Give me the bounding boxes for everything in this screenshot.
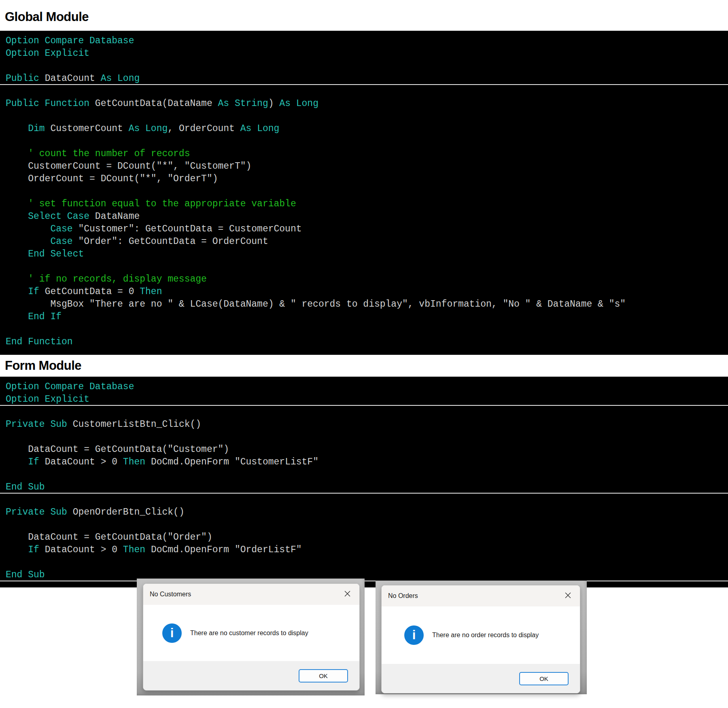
dialog-content: i There are no order records to display — [382, 606, 580, 664]
code-token-kw: End If — [6, 312, 62, 322]
code-line: Private Sub CustomerListBtn_Click() — [0, 418, 728, 431]
code-token-kw: Private Sub — [6, 507, 73, 517]
code-token-id: "Customer": GetCountData = CustomerCount — [78, 224, 301, 234]
code-token-kw: Private Sub — [6, 419, 73, 430]
code-line: MsgBox "There are no " & LCase(DataName)… — [0, 298, 728, 311]
dialog-title: No Customers — [150, 591, 342, 598]
code-token-id: DataCount > 0 — [45, 545, 123, 555]
code-line — [0, 494, 728, 506]
code-token-com: ' if no records, display message — [6, 274, 207, 284]
code-token-kw: Option Explicit — [6, 48, 89, 59]
code-token-kw: End Sub — [6, 482, 45, 492]
code-line — [0, 556, 728, 569]
code-token-kw: Then — [140, 286, 162, 297]
code-line: ' if no records, display message — [0, 273, 728, 286]
code-token-kw: As Long — [279, 98, 318, 109]
dialog-titlebar: No Orders — [382, 585, 580, 606]
code-token-id: MsgBox "There are no " & LCase(DataName)… — [6, 299, 626, 309]
heading-form-module: Form Module — [5, 358, 81, 373]
dialog-no-customers: No Customers i There are no customer rec… — [143, 583, 360, 691]
code-line: DataCount = GetCountData("Order") — [0, 531, 728, 544]
code-line: If DataCount > 0 Then DoCmd.OpenForm "Or… — [0, 544, 728, 556]
code-line — [0, 110, 728, 123]
heading-global-module: Global Module — [5, 10, 89, 24]
code-line: End If — [0, 311, 728, 323]
dialog-title: No Orders — [388, 592, 563, 600]
code-line: Public DataCount As Long — [0, 72, 728, 85]
code-token-id: DataCount > 0 — [45, 457, 123, 467]
code-line: If DataCount > 0 Then DoCmd.OpenForm "Cu… — [0, 456, 728, 468]
code-token-id: DataName — [95, 211, 140, 222]
code-token-id: OrderCount = DCount("*", "OrderT") — [6, 174, 218, 184]
code-token-com: ' count the number of records — [6, 148, 190, 159]
code-line: End Select — [0, 248, 728, 261]
code-token-id: CustomerListBtn_Click() — [73, 419, 201, 430]
code-token-id: "Order": GetCountData = OrderCount — [78, 236, 268, 247]
code-token-id: DataCount = GetCountData("Customer") — [6, 444, 229, 455]
code-token-kw: As Long — [240, 123, 280, 134]
code-line — [0, 323, 728, 336]
code-line: Select Case DataName — [0, 210, 728, 223]
ok-button[interactable]: OK — [299, 669, 348, 683]
ok-button[interactable]: OK — [519, 672, 569, 685]
info-icon: i — [404, 625, 424, 645]
close-icon — [565, 592, 571, 600]
code-token-com: ' set function equal to the appropriate … — [6, 199, 296, 209]
code-line: Option Explicit — [0, 47, 728, 60]
close-button[interactable] — [563, 591, 573, 601]
code-block-global-module: Option Compare DatabaseOption ExplicitPu… — [0, 31, 728, 355]
code-token-kw: If — [6, 545, 45, 555]
code-token-id: DataCount = GetCountData("Order") — [6, 532, 212, 543]
code-line: End Function — [0, 336, 728, 348]
code-token-kw: Then — [123, 457, 145, 467]
code-line: End Sub — [0, 481, 728, 494]
close-button[interactable] — [342, 589, 352, 599]
code-token-id: ) — [268, 98, 280, 109]
code-token-id: DoCmd.OpenForm "OrderListF" — [145, 545, 301, 555]
code-line — [0, 468, 728, 481]
code-token-kw: End Sub — [6, 570, 45, 580]
code-token-id: DoCmd.OpenForm "CustomerListF" — [145, 457, 318, 467]
code-line: CustomerCount = DCount("*", "CustomerT") — [0, 160, 728, 173]
dialog-backing-no-orders: No Orders i There are no order records t… — [376, 581, 587, 694]
code-line: Dim CustomerCount As Long, OrderCount As… — [0, 123, 728, 135]
code-token-id: GetCountData = 0 — [45, 286, 140, 297]
page-root: { "headings": { "global": "Global Module… — [0, 0, 728, 708]
code-token-kw: Dim — [6, 123, 50, 134]
code-token-kw: Select Case — [6, 211, 95, 222]
code-token-kw: Option Explicit — [6, 394, 89, 405]
code-line: Option Explicit — [0, 393, 728, 406]
code-line — [0, 519, 728, 531]
code-token-id: DataCount — [45, 73, 101, 84]
dialog-content: i There are no customer records to displ… — [143, 605, 359, 661]
code-token-kw: End Function — [6, 337, 73, 347]
code-line: Case "Customer": GetCountData = Customer… — [0, 223, 728, 235]
code-line: OrderCount = DCount("*", "OrderT") — [0, 173, 728, 185]
code-token-kw: If — [6, 286, 45, 297]
dialog-no-orders: No Orders i There are no order records t… — [381, 585, 580, 693]
code-token-id: , OrderCount — [168, 123, 240, 134]
code-token-kw: As String — [218, 98, 268, 109]
code-line: Private Sub OpenOrderBtn_Click() — [0, 506, 728, 519]
code-token-kw: As Long — [101, 73, 140, 84]
code-line: Option Compare Database — [0, 381, 728, 393]
code-token-id: CustomerCount = DCount("*", "CustomerT") — [6, 161, 251, 172]
code-line: If GetCountData = 0 Then — [0, 286, 728, 298]
dialog-footer: OK — [143, 661, 359, 690]
code-token-kw: End Select — [6, 249, 84, 259]
code-line — [0, 406, 728, 418]
code-token-kw: Option Compare Database — [6, 382, 134, 392]
code-token-kw: Case — [6, 224, 78, 234]
dialog-footer: OK — [382, 664, 580, 693]
code-line — [0, 135, 728, 148]
code-token-kw: Public — [6, 73, 45, 84]
code-token-kw: If — [6, 457, 45, 467]
code-line: DataCount = GetCountData("Customer") — [0, 443, 728, 456]
code-token-kw: Public Function — [6, 98, 95, 109]
dialog-backing-no-customers: No Customers i There are no customer rec… — [137, 579, 365, 695]
code-block-form-module: Option Compare DatabaseOption ExplicitPr… — [0, 377, 728, 587]
code-line: Option Compare Database — [0, 35, 728, 47]
code-line — [0, 60, 728, 72]
code-token-id: OpenOrderBtn_Click() — [73, 507, 185, 517]
close-icon — [344, 591, 350, 598]
